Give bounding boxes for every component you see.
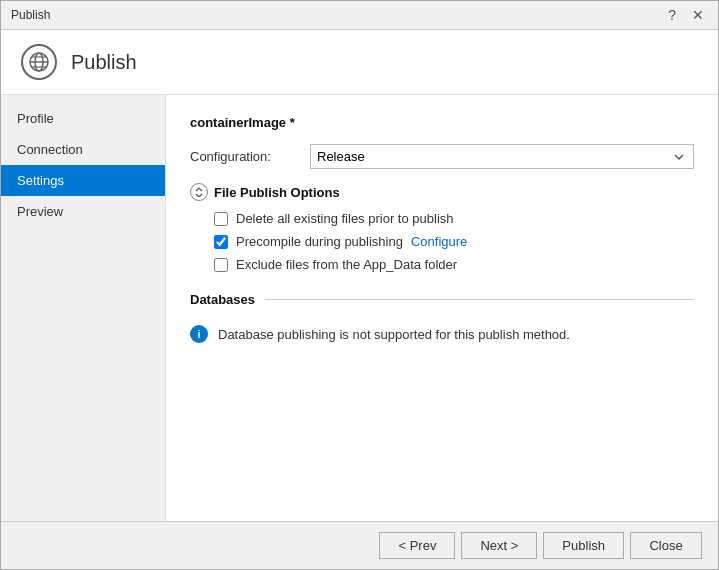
checkbox-delete-all-label: Delete all existing files prior to publi…: [236, 211, 454, 226]
header-title: Publish: [71, 51, 137, 74]
checkbox-exclude-app-data-label: Exclude files from the App_Data folder: [236, 257, 457, 272]
configure-link[interactable]: Configure: [411, 234, 467, 249]
help-button[interactable]: ?: [664, 7, 680, 23]
sidebar-item-profile[interactable]: Profile: [1, 103, 165, 134]
checkbox-exclude-app-data: Exclude files from the App_Data folder: [214, 257, 694, 272]
footer: < Prev Next > Publish Close: [1, 521, 718, 569]
title-bar: Publish ? ✕: [1, 1, 718, 30]
sidebar: Profile Connection Settings Preview: [1, 95, 166, 521]
publish-icon: [21, 44, 57, 80]
checkbox-delete-all: Delete all existing files prior to publi…: [214, 211, 694, 226]
sidebar-item-connection[interactable]: Connection: [1, 134, 165, 165]
next-button[interactable]: Next >: [461, 532, 537, 559]
checkbox-precompile-input[interactable]: [214, 235, 228, 249]
databases-header: Databases: [190, 292, 694, 307]
info-text: Database publishing is not supported for…: [218, 327, 570, 342]
sidebar-item-settings[interactable]: Settings: [1, 165, 165, 196]
configuration-label: Configuration:: [190, 149, 300, 164]
file-publish-options-header[interactable]: File Publish Options: [190, 183, 694, 201]
title-bar-controls: ? ✕: [664, 7, 708, 23]
info-icon: i: [190, 325, 208, 343]
sidebar-item-preview[interactable]: Preview: [1, 196, 165, 227]
dialog-title: Publish: [11, 8, 50, 22]
checkbox-exclude-app-data-input[interactable]: [214, 258, 228, 272]
header: Publish: [1, 30, 718, 95]
main-panel: containerImage * Configuration: Release …: [166, 95, 718, 521]
content: Profile Connection Settings Preview cont…: [1, 95, 718, 521]
databases-divider: [265, 299, 694, 300]
configuration-row: Configuration: Release Debug: [190, 144, 694, 169]
file-publish-options-label: File Publish Options: [214, 185, 340, 200]
close-button[interactable]: Close: [630, 532, 702, 559]
prev-button[interactable]: < Prev: [379, 532, 455, 559]
publish-dialog: Publish ? ✕ Publish Profile Conne: [0, 0, 719, 570]
databases-section: Databases i Database publishing is not s…: [190, 292, 694, 347]
checkbox-precompile-label: Precompile during publishing: [236, 234, 403, 249]
title-bar-left: Publish: [11, 8, 50, 22]
info-row: i Database publishing is not supported f…: [190, 321, 694, 347]
close-button[interactable]: ✕: [688, 7, 708, 23]
publish-button[interactable]: Publish: [543, 532, 624, 559]
checkbox-precompile: Precompile during publishing Configure: [214, 234, 694, 249]
databases-label: Databases: [190, 292, 255, 307]
collapse-icon: [190, 183, 208, 201]
configuration-select[interactable]: Release Debug: [310, 144, 694, 169]
checkbox-delete-all-input[interactable]: [214, 212, 228, 226]
section-title: containerImage *: [190, 115, 694, 130]
